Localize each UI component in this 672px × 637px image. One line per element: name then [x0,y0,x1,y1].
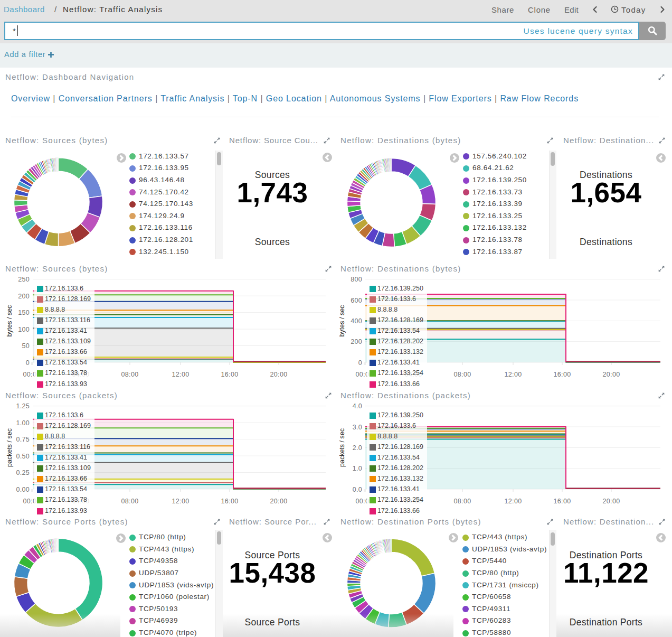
svg-text:250: 250 [18,276,30,283]
svg-text:packets / sec: packets / sec [6,428,13,467]
svg-text:150: 150 [18,309,30,316]
svg-text:1.25: 1.25 [16,402,30,410]
svg-text:12:00: 12:00 [505,371,522,378]
svg-text:0.00: 0.00 [16,486,30,493]
svg-text:08:00: 08:00 [121,498,139,505]
svg-text:100: 100 [18,326,30,333]
svg-text:16:00: 16:00 [221,498,239,505]
svg-text:200: 200 [351,338,362,345]
svg-text:20:00: 20:00 [603,371,620,378]
svg-text:0.50: 0.50 [16,453,30,460]
svg-text:16:00: 16:00 [554,498,571,505]
svg-text:20:00: 20:00 [603,498,620,505]
svg-text:0: 0 [26,359,30,367]
svg-text:600: 600 [351,297,362,304]
svg-text:0.0: 0.0 [353,486,362,493]
svg-text:20:00: 20:00 [270,371,288,378]
svg-text:4.0: 4.0 [353,402,362,410]
svg-text:0.75: 0.75 [16,436,30,443]
svg-text:400: 400 [351,317,362,325]
svg-text:50: 50 [22,342,30,350]
svg-text:1.0: 1.0 [353,465,362,472]
svg-text:08:00: 08:00 [454,371,471,378]
svg-text:20:00: 20:00 [270,498,288,505]
svg-text:packets / sec: packets / sec [338,428,346,467]
svg-text:1.00: 1.00 [16,419,30,427]
svg-text:2.0: 2.0 [353,444,362,452]
svg-text:08:00: 08:00 [454,498,471,505]
svg-text:08:00: 08:00 [121,371,139,378]
svg-text:3.0: 3.0 [353,424,362,431]
svg-text:bytes / sec: bytes / sec [338,305,346,337]
svg-text:0: 0 [358,359,362,367]
svg-text:bytes / sec: bytes / sec [6,305,13,337]
svg-text:200: 200 [18,293,30,300]
svg-text:12:00: 12:00 [505,498,522,505]
svg-text:16:00: 16:00 [221,371,239,378]
svg-text:16:00: 16:00 [554,371,571,378]
svg-text:12:00: 12:00 [172,371,190,378]
svg-text:800: 800 [351,276,362,283]
svg-text:12:00: 12:00 [172,498,190,505]
svg-text:0.25: 0.25 [16,469,30,476]
